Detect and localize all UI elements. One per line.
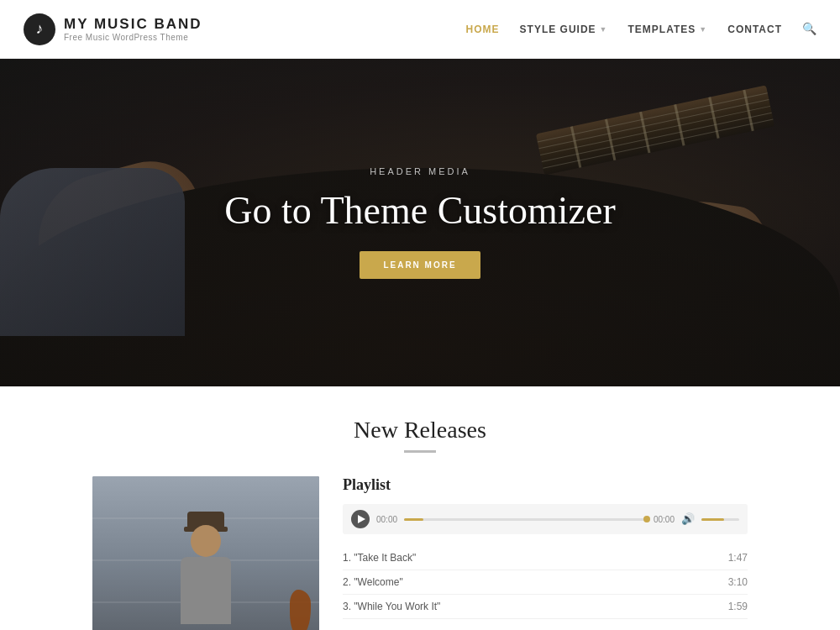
- volume-fill: [701, 518, 724, 521]
- learn-more-button[interactable]: LEARN MORE: [360, 251, 480, 279]
- progress-dot: [643, 516, 650, 522]
- track-name: 2. "Welcome": [343, 576, 403, 588]
- chevron-down-icon: ▼: [600, 25, 608, 34]
- track-name: 1. "Take It Back": [343, 552, 416, 564]
- volume-bar[interactable]: [701, 518, 739, 521]
- table-row[interactable]: 1. "Take It Back" 1:47: [343, 546, 748, 570]
- logo-area[interactable]: ♪ MY MUSIC BAND Free Music WordPress The…: [24, 13, 202, 45]
- progress-track[interactable]: [404, 518, 647, 521]
- playlist-panel: Playlist 00:00 00:00 🔊: [343, 476, 748, 630]
- time-end: 00:00: [654, 515, 675, 524]
- nav-item-contact[interactable]: CONTACT: [727, 24, 782, 35]
- site-header: ♪ MY MUSIC BAND Free Music WordPress The…: [0, 0, 840, 59]
- logo-text-block: MY MUSIC BAND Free Music WordPress Theme: [64, 16, 202, 42]
- volume-icon: 🔊: [681, 512, 695, 526]
- time-start: 00:00: [376, 515, 397, 524]
- nav-item-style-guide[interactable]: STYLE GUIDE ▼: [520, 24, 608, 35]
- play-icon: [358, 515, 365, 523]
- section-divider: [404, 450, 436, 453]
- table-row[interactable]: 2. "Welcome" 3:10: [343, 570, 748, 595]
- site-title: MY MUSIC BAND: [64, 16, 202, 33]
- violin-shape: [290, 590, 311, 630]
- head-shape: [191, 525, 221, 557]
- album-image: [92, 476, 319, 630]
- music-note-icon: ♪: [36, 20, 44, 38]
- section-title: New Releases: [354, 417, 486, 444]
- progress-fill: [404, 518, 423, 521]
- track-name: 3. "While You Work It": [343, 601, 440, 612]
- track-duration: 1:47: [728, 552, 748, 564]
- table-row[interactable]: 3. "While You Work It" 1:59: [343, 595, 748, 619]
- main-nav: HOME STYLE GUIDE ▼ TEMPLATES ▼ CONTACT 🔍: [466, 22, 816, 36]
- hero-content: HEADER MEDIA Go to Theme Customizer LEAR…: [0, 59, 840, 386]
- site-subtitle: Free Music WordPress Theme: [64, 33, 202, 42]
- hero-label: HEADER MEDIA: [370, 166, 470, 176]
- playlist-title: Playlist: [343, 476, 748, 494]
- logo-icon: ♪: [24, 13, 55, 45]
- person-figure: [164, 510, 248, 630]
- track-duration: 1:59: [728, 601, 748, 612]
- player-bar: 00:00 00:00 🔊: [343, 504, 748, 534]
- nav-item-home[interactable]: HOME: [466, 24, 500, 35]
- play-button[interactable]: [351, 510, 370, 528]
- hero-section: HEADER MEDIA Go to Theme Customizer LEAR…: [0, 59, 840, 386]
- releases-grid: Playlist 00:00 00:00 🔊: [92, 476, 748, 630]
- track-list: 1. "Take It Back" 1:47 2. "Welcome" 3:10…: [343, 546, 748, 619]
- search-icon[interactable]: 🔍: [802, 22, 816, 36]
- hero-title: Go to Theme Customizer: [224, 188, 615, 233]
- track-duration: 3:10: [728, 576, 748, 588]
- chevron-down-icon: ▼: [699, 25, 707, 34]
- nav-item-templates[interactable]: TEMPLATES ▼: [628, 24, 708, 35]
- main-content: New Releases Playlist: [0, 386, 840, 630]
- body-shape: [181, 557, 231, 624]
